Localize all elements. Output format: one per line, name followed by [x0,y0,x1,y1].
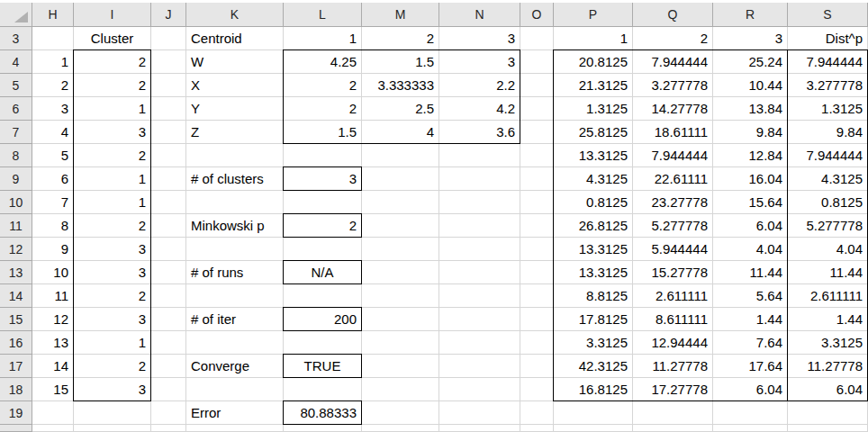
cell-S13[interactable]: 11.44 [788,261,868,284]
row-header-6[interactable]: 6 [0,97,32,121]
row-header-3[interactable]: 3 [0,27,32,50]
cell-Q3[interactable]: 2 [633,27,713,50]
cell-Q6[interactable]: 14.27778 [633,97,713,121]
cell-K11[interactable]: Minkowski p [186,214,284,238]
cell-N14[interactable] [439,284,520,308]
cell-O10[interactable] [520,191,554,214]
cell-R3[interactable]: 3 [713,27,788,50]
cell-S16[interactable]: 3.3125 [788,331,868,355]
cell-N12[interactable] [439,238,520,261]
cell-R13[interactable]: 11.44 [713,261,788,284]
cell-J11[interactable] [151,214,186,238]
cell-K17[interactable]: Converge [186,355,284,378]
cell-H16[interactable]: 13 [32,331,74,355]
cell-O15[interactable] [520,308,554,331]
cell-O7[interactable] [520,121,554,144]
cell-K9[interactable]: # of clusters [186,167,284,191]
cell-N4[interactable]: 3 [439,50,520,74]
cell-H14[interactable]: 11 [32,284,74,308]
cell-P3[interactable]: 1 [554,27,633,50]
cell-O18[interactable] [520,378,554,401]
cell-S4[interactable]: 7.944444 [788,50,868,74]
cell-P4[interactable]: 20.8125 [554,50,633,74]
cell-I18[interactable]: 3 [74,378,151,401]
column-header-N[interactable]: N [439,3,520,27]
cell-P9[interactable]: 4.3125 [554,167,633,191]
cell-S19[interactable] [788,401,868,425]
cell-H15[interactable]: 12 [32,308,74,331]
cell-O12[interactable] [520,238,554,261]
column-header-K[interactable]: K [186,3,284,27]
cell-N16[interactable] [439,331,520,355]
cell-R17[interactable]: 17.64 [713,355,788,378]
column-header-I[interactable]: I [74,3,151,27]
cell-M9[interactable] [362,167,439,191]
cell-J15[interactable] [151,308,186,331]
cell-M13[interactable] [362,261,439,284]
cell-P11[interactable]: 26.8125 [554,214,633,238]
cell-L11[interactable]: 2 [284,214,362,238]
cell-N3[interactable]: 3 [439,27,520,50]
cell-M6[interactable]: 2.5 [362,97,439,121]
cell-M18[interactable] [362,378,439,401]
cell-R5[interactable]: 10.44 [713,74,788,97]
select-all-button[interactable] [0,3,32,27]
cell-Q18[interactable]: 17.27778 [633,378,713,401]
cell-P10[interactable]: 0.8125 [554,191,633,214]
cell-K3[interactable]: Centroid [186,27,284,50]
row-header-16[interactable]: 16 [0,331,32,355]
cell-N5[interactable]: 2.2 [439,74,520,97]
cell-L6[interactable]: 2 [284,97,362,121]
cell-P7[interactable]: 25.8125 [554,121,633,144]
cell-H19[interactable] [32,401,74,425]
cell-L13[interactable]: N/A [284,261,362,284]
cell-R9[interactable]: 16.04 [713,167,788,191]
cell-S10[interactable]: 0.8125 [788,191,868,214]
cell-K14[interactable] [186,284,284,308]
cell-M5[interactable]: 3.333333 [362,74,439,97]
cell-J4[interactable] [151,50,186,74]
cell-J16[interactable] [151,331,186,355]
row-header-7[interactable]: 7 [0,121,32,144]
cell-H10[interactable]: 7 [32,191,74,214]
cell-N6[interactable]: 4.2 [439,97,520,121]
cell-M14[interactable] [362,284,439,308]
cell-I9[interactable]: 1 [74,167,151,191]
cell-R8[interactable]: 12.84 [713,144,788,167]
row-header-8[interactable]: 8 [0,144,32,167]
cell-H11[interactable]: 8 [32,214,74,238]
cell-I11[interactable]: 2 [74,214,151,238]
cell-R7[interactable]: 9.84 [713,121,788,144]
cell-R10[interactable]: 15.64 [713,191,788,214]
cell-H18[interactable]: 15 [32,378,74,401]
cell-I5[interactable]: 2 [74,74,151,97]
cell-O14[interactable] [520,284,554,308]
row-header-5[interactable]: 5 [0,74,32,97]
cell-J17[interactable] [151,355,186,378]
cell-S6[interactable]: 1.3125 [788,97,868,121]
cell-N8[interactable] [439,144,520,167]
cell-M10[interactable] [362,191,439,214]
cell-Q4[interactable]: 7.944444 [633,50,713,74]
cell-Q10[interactable]: 23.27778 [633,191,713,214]
cell-R6[interactable]: 13.84 [713,97,788,121]
cell-K15[interactable]: # of iter [186,308,284,331]
row-header-10[interactable]: 10 [0,191,32,214]
cell-O16[interactable] [520,331,554,355]
cell-I4[interactable]: 2 [74,50,151,74]
cell-R16[interactable]: 7.64 [713,331,788,355]
cell-S15[interactable]: 1.44 [788,308,868,331]
cell-O6[interactable] [520,97,554,121]
cell-I10[interactable]: 1 [74,191,151,214]
cell-O11[interactable] [520,214,554,238]
cell-Q11[interactable]: 5.277778 [633,214,713,238]
cell-J3[interactable] [151,27,186,50]
cell-L12[interactable] [284,238,362,261]
cell-H9[interactable]: 6 [32,167,74,191]
cell-J7[interactable] [151,121,186,144]
cell-J18[interactable] [151,378,186,401]
cell-P15[interactable]: 17.8125 [554,308,633,331]
cell-M16[interactable] [362,331,439,355]
cell-N17[interactable] [439,355,520,378]
row-header-11[interactable]: 11 [0,214,32,238]
